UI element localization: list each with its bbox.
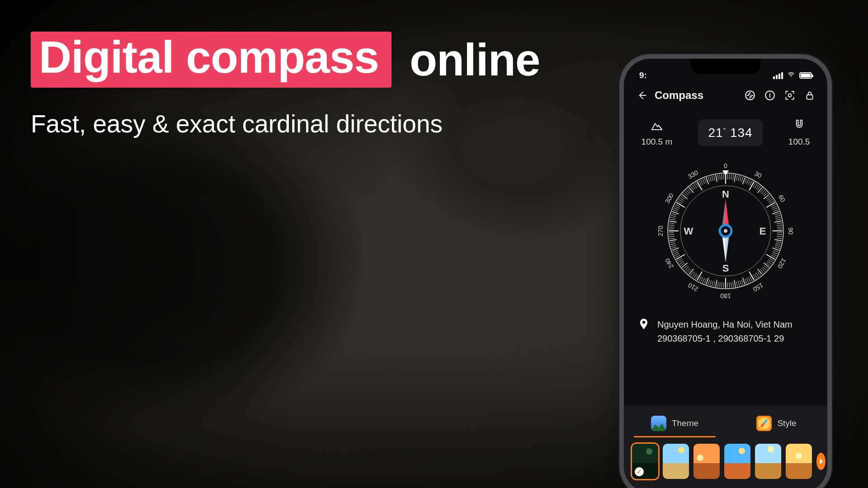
svg-line-175: [704, 178, 706, 183]
svg-line-177: [708, 177, 710, 182]
svg-line-15: [741, 177, 743, 182]
svg-line-150: [671, 213, 676, 215]
svg-line-105: [708, 280, 710, 285]
theme-thumbnail[interactable]: [724, 444, 750, 479]
svg-line-178: [710, 176, 711, 182]
svg-text:210: 210: [687, 282, 699, 293]
svg-text:N: N: [722, 188, 729, 200]
svg-line-173: [701, 180, 703, 185]
theme-thumbnail[interactable]: [786, 444, 812, 479]
svg-line-26: [758, 187, 762, 192]
svg-line-147: [670, 219, 675, 220]
svg-line-106: [706, 277, 708, 284]
svg-line-182: [717, 174, 718, 180]
svg-line-21: [749, 182, 754, 190]
svg-line-9: [731, 174, 731, 180]
status-time: 9:: [639, 70, 647, 80]
tab-style[interactable]: Style: [726, 411, 827, 437]
svg-point-207: [724, 229, 727, 233]
svg-line-130: [673, 250, 678, 252]
theme-panel: Theme Style: [624, 406, 827, 488]
svg-line-60: [774, 247, 779, 249]
svg-line-47: [777, 223, 782, 224]
svg-line-135: [670, 242, 675, 243]
altitude-value: 100.5 m: [642, 137, 673, 147]
headline-highlight: Digital compass: [31, 32, 392, 88]
svg-line-176: [706, 178, 708, 184]
theme-thumbnails: [624, 437, 827, 488]
svg-line-99: [720, 282, 720, 287]
camera-button[interactable]: [783, 89, 797, 102]
svg-line-156: [676, 202, 685, 207]
info-button[interactable]: [763, 89, 777, 102]
phone-mock: 9: Compass 100.5 m 21° 134 100.5 0306090…: [624, 59, 827, 488]
svg-text:0: 0: [724, 162, 727, 169]
svg-line-94: [729, 282, 730, 288]
svg-line-132: [671, 247, 676, 249]
svg-line-43: [775, 215, 781, 216]
svg-line-46: [774, 221, 782, 222]
theme-thumbnail[interactable]: [755, 444, 781, 479]
phone-notch: [691, 59, 761, 74]
svg-line-143: [669, 227, 674, 227]
location-pin-icon: [637, 318, 650, 332]
svg-text:270: 270: [657, 225, 664, 236]
svg-line-109: [701, 277, 703, 282]
signal-icon: [773, 72, 783, 79]
svg-line-86: [743, 277, 745, 284]
svg-line-166: [689, 187, 693, 192]
svg-line-56: [774, 239, 782, 241]
theme-thumbnail[interactable]: [632, 444, 658, 479]
svg-line-58: [776, 244, 781, 245]
svg-line-100: [717, 282, 718, 287]
svg-line-108: [703, 278, 705, 283]
svg-line-49: [777, 227, 783, 227]
svg-line-89: [738, 281, 740, 286]
svg-line-8: [729, 174, 730, 179]
svg-line-64: [772, 253, 777, 256]
svg-text:180: 180: [720, 292, 731, 300]
flashlight-button[interactable]: [743, 89, 757, 102]
svg-line-139: [669, 235, 674, 235]
svg-line-149: [671, 215, 676, 216]
lock-button[interactable]: [803, 89, 816, 102]
svg-line-134: [670, 244, 676, 245]
svg-line-11: [734, 175, 736, 182]
svg-line-138: [669, 236, 675, 237]
svg-text:W: W: [684, 225, 693, 237]
svg-text:120: 120: [776, 257, 788, 270]
svg-line-44: [776, 217, 781, 219]
svg-line-19: [748, 180, 750, 185]
theme-thumbnail[interactable]: [663, 444, 689, 479]
svg-point-2: [788, 94, 792, 97]
themes-next-button[interactable]: [816, 453, 826, 470]
heading-display: 21° 134: [698, 119, 762, 146]
svg-line-144: [669, 225, 675, 225]
location-block[interactable]: Nguyen Hoang, Ha Noi, Viet Nam 290368705…: [624, 307, 827, 357]
svg-line-131: [672, 248, 679, 250]
svg-line-38: [772, 206, 777, 208]
svg-line-39: [773, 208, 778, 210]
svg-text:30: 30: [753, 169, 763, 179]
svg-line-81: [749, 272, 754, 280]
theme-thumbnail[interactable]: [693, 444, 720, 479]
back-button[interactable]: [635, 89, 648, 102]
headline-tail: online: [410, 37, 540, 82]
svg-line-71: [764, 263, 769, 267]
style-tab-icon: [756, 416, 772, 431]
heading-degrees: 21: [708, 126, 723, 140]
tab-theme[interactable]: Theme: [624, 411, 726, 437]
svg-line-90: [736, 282, 737, 287]
svg-line-61: [772, 248, 779, 250]
mountain-icon: [650, 118, 664, 134]
svg-line-17: [745, 178, 747, 183]
svg-line-93: [731, 282, 731, 287]
compass-face[interactable]: 0306090120150180210240270300330NESW: [624, 150, 827, 307]
svg-line-146: [670, 221, 677, 222]
svg-line-84: [746, 278, 749, 283]
svg-line-76: [758, 269, 762, 274]
svg-line-121: [682, 263, 687, 267]
svg-line-116: [689, 269, 693, 274]
headline-subtitle: Fast, easy & exact cardinal directions: [31, 109, 540, 138]
location-address: Nguyen Hoang, Ha Noi, Viet Nam: [657, 318, 793, 332]
